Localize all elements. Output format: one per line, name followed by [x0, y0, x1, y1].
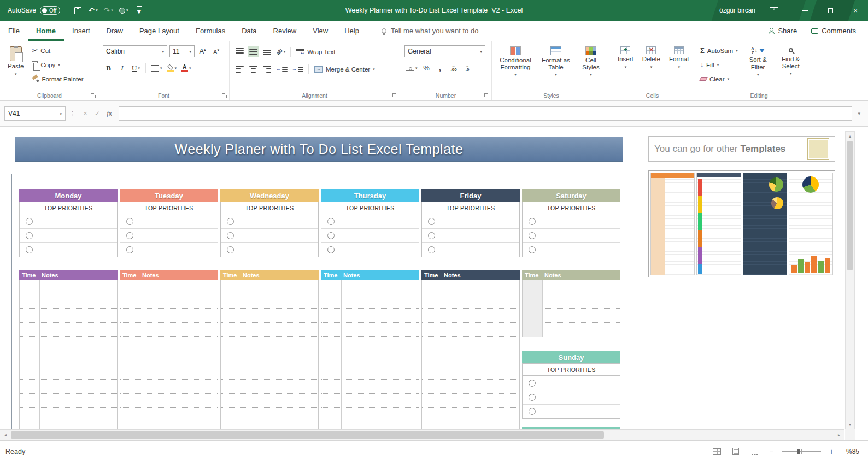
- scroll-right-arrow[interactable]: ▸: [835, 433, 843, 437]
- tab-page-layout[interactable]: Page Layout: [131, 21, 187, 41]
- increase-font-size-button[interactable]: A▴: [197, 46, 208, 57]
- priority-row[interactable]: [321, 242, 419, 257]
- top-priorities-header[interactable]: TOP PRIORITIES: [321, 202, 419, 214]
- increase-indent-button[interactable]: →: [291, 63, 304, 75]
- name-box[interactable]: V41 ▾: [4, 106, 66, 121]
- notes-row[interactable]: [120, 294, 218, 309]
- top-priorities-header[interactable]: TOP PRIORITIES: [522, 202, 620, 214]
- notes-grid-thursday[interactable]: [321, 280, 419, 429]
- notes-row[interactable]: [422, 380, 519, 394]
- notes-row[interactable]: [120, 323, 218, 337]
- quick-access-tool-button[interactable]: ▾: [117, 3, 130, 17]
- notes-row[interactable]: [120, 422, 218, 429]
- name-box-resizer[interactable]: ⋮: [66, 110, 79, 117]
- day-header-thursday[interactable]: Thursday: [321, 189, 419, 202]
- priority-row[interactable]: [120, 228, 218, 242]
- notes-row[interactable]: [20, 365, 117, 380]
- formula-bar-expand-button[interactable]: ▾: [858, 111, 860, 116]
- tab-insert[interactable]: Insert: [64, 21, 98, 41]
- priority-row[interactable]: [523, 242, 620, 257]
- undo-button[interactable]: ↶▾: [86, 3, 99, 17]
- zoom-level[interactable]: %85: [842, 448, 859, 455]
- template-thumbnail[interactable]: [650, 173, 695, 275]
- save-button[interactable]: [71, 3, 84, 17]
- notes-row[interactable]: [20, 380, 117, 394]
- orientation-button[interactable]: ab▾: [275, 46, 286, 57]
- notes-row[interactable]: [422, 351, 519, 365]
- notes-row[interactable]: [523, 280, 620, 294]
- formula-input[interactable]: [119, 106, 852, 121]
- notes-row[interactable]: [120, 365, 218, 380]
- tab-home[interactable]: Home: [28, 21, 64, 41]
- align-middle-button[interactable]: [248, 46, 259, 57]
- wrap-text-button[interactable]: ↩ Wrap Text: [295, 45, 337, 58]
- notes-row[interactable]: [422, 323, 519, 337]
- priority-row[interactable]: [523, 390, 620, 404]
- notes-row[interactable]: [321, 351, 419, 365]
- zoom-slider-thumb[interactable]: [797, 449, 800, 454]
- day-header-friday[interactable]: Friday: [421, 189, 520, 202]
- scroll-up-arrow[interactable]: ▴: [846, 132, 854, 140]
- priority-row[interactable]: [120, 242, 218, 257]
- time-notes-header[interactable]: TimeNotes: [19, 270, 118, 280]
- time-notes-header[interactable]: TimeNotes: [120, 270, 218, 280]
- notes-row[interactable]: [120, 408, 218, 422]
- time-notes-header[interactable]: TimeNotes: [421, 270, 520, 280]
- normal-view-button[interactable]: [711, 446, 723, 457]
- notes-row[interactable]: [523, 309, 620, 323]
- notes-row[interactable]: [221, 323, 318, 337]
- tab-file[interactable]: File: [0, 21, 28, 41]
- top-priorities-header[interactable]: TOP PRIORITIES: [120, 202, 218, 214]
- notes-grid-friday[interactable]: [421, 280, 520, 429]
- day-header-saturday[interactable]: Saturday: [522, 189, 620, 202]
- notes-row[interactable]: [20, 337, 117, 351]
- notes-row[interactable]: [422, 280, 519, 294]
- notes-row[interactable]: [120, 394, 218, 408]
- insert-cells-button[interactable]: Insert ▾: [615, 44, 636, 90]
- tab-formulas[interactable]: Formulas: [187, 21, 233, 41]
- notes-row[interactable]: [221, 309, 318, 323]
- priority-row[interactable]: [20, 214, 117, 228]
- time-notes-header[interactable]: TimeNotes: [220, 270, 319, 280]
- autosum-button[interactable]: Σ AutoSum ▾: [699, 44, 740, 57]
- number-format-combo[interactable]: General ▾: [404, 45, 485, 57]
- notes-row[interactable]: [20, 422, 117, 429]
- conditional-formatting-button[interactable]: Conditional Formatting ▾: [496, 44, 535, 90]
- align-right-button[interactable]: [261, 63, 273, 75]
- underline-button[interactable]: U▾: [130, 62, 142, 74]
- close-button[interactable]: ×: [843, 0, 868, 21]
- comments-button[interactable]: Comments: [811, 27, 856, 35]
- notes-row[interactable]: [321, 394, 419, 408]
- align-center-button[interactable]: [248, 63, 259, 75]
- priority-row[interactable]: [523, 376, 620, 390]
- top-priorities-header[interactable]: TOP PRIORITIES: [220, 202, 319, 214]
- priority-row[interactable]: [422, 214, 519, 228]
- notes-row[interactable]: [321, 280, 419, 294]
- notes-row[interactable]: [523, 323, 620, 337]
- priority-row[interactable]: [523, 228, 620, 242]
- priority-row[interactable]: [20, 228, 117, 242]
- notes-row[interactable]: [120, 351, 218, 365]
- notes-row[interactable]: [321, 323, 419, 337]
- notes-row[interactable]: [20, 323, 117, 337]
- priority-row[interactable]: [321, 228, 419, 242]
- align-bottom-button[interactable]: [261, 46, 273, 57]
- delete-cells-button[interactable]: Delete ▾: [640, 44, 662, 90]
- notes-row[interactable]: [221, 422, 318, 429]
- priority-row[interactable]: [221, 214, 318, 228]
- tab-review[interactable]: Review: [265, 21, 305, 41]
- number-dialog-launcher[interactable]: [484, 93, 489, 98]
- notes-row[interactable]: [422, 337, 519, 351]
- notes-grid-wednesday[interactable]: [220, 280, 319, 429]
- notes-row[interactable]: [20, 351, 117, 365]
- scroll-left-arrow[interactable]: ◂: [1, 433, 10, 437]
- top-priorities-header[interactable]: TOP PRIORITIES: [19, 202, 118, 214]
- priority-row[interactable]: [422, 242, 519, 257]
- notes-row[interactable]: [422, 422, 519, 429]
- font-name-combo[interactable]: Calibri ▾: [103, 45, 167, 57]
- zoom-in-button[interactable]: +: [828, 447, 835, 456]
- copy-button[interactable]: Copy ▾: [30, 58, 85, 71]
- notes-row[interactable]: [422, 309, 519, 323]
- minimize-button[interactable]: [793, 0, 818, 21]
- bold-button[interactable]: B: [103, 62, 114, 74]
